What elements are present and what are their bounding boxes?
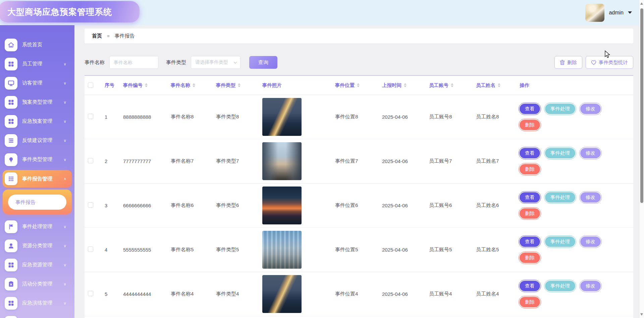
cell-staff-account: 员工账号4: [426, 291, 473, 297]
handle-event-button[interactable]: 事件处理: [545, 236, 575, 247]
username[interactable]: admin: [609, 10, 624, 16]
cell-staff-name: 员工姓名6: [473, 202, 516, 209]
event-photo[interactable]: [262, 142, 302, 180]
query-button[interactable]: 查询: [249, 56, 277, 69]
table-row: 1 8888888888 事件名称8 事件类型8 事件位置8 2025-04-0…: [85, 95, 633, 139]
cell-event-type: 事件类型7: [213, 158, 259, 164]
edit-button[interactable]: 修改: [580, 236, 601, 247]
delete-button[interactable]: 删除: [520, 297, 540, 307]
cell-staff-account: 员工账号6: [426, 202, 473, 209]
chevron-icon: ∨: [63, 263, 66, 267]
col-staff-name[interactable]: 员工姓名: [473, 82, 516, 89]
sidebar-item[interactable]: 应急演练管理 ∨: [0, 294, 74, 313]
heart-icon: [591, 60, 596, 65]
cell-event-no: 5555555555: [120, 247, 167, 253]
cell-staff-name: 员工姓名8: [473, 114, 516, 120]
chevron-down-icon[interactable]: [628, 11, 632, 14]
view-button[interactable]: 查看: [520, 104, 540, 114]
cell-event-no: 8888888888: [120, 114, 167, 120]
sidebar-item[interactable]: 系统首页: [0, 35, 74, 54]
event-photo[interactable]: [262, 275, 302, 313]
scrollbar[interactable]: [639, 0, 644, 318]
sidebar-item-icon: [5, 316, 17, 318]
cell-event-name: 事件名称5: [167, 247, 213, 253]
scrollbar-thumb[interactable]: [640, 8, 643, 203]
event-photo[interactable]: [262, 231, 302, 269]
col-event-photo: 事件照片: [259, 82, 332, 89]
cell-staff-name: 员工姓名4: [473, 291, 516, 297]
view-button[interactable]: 查看: [520, 281, 540, 291]
cell-staff-account: 员工账号7: [426, 158, 473, 164]
edit-button[interactable]: 修改: [580, 192, 601, 203]
row-checkbox[interactable]: [88, 291, 93, 296]
cell-location: 事件位置6: [332, 202, 379, 209]
sidebar-item[interactable]: 事件类型管理 ∨: [0, 150, 74, 169]
sidebar-item-label: 资源分类管理: [22, 243, 63, 249]
event-photo[interactable]: [262, 98, 302, 136]
select-all-checkbox[interactable]: [88, 83, 93, 88]
event-name-input[interactable]: [109, 56, 158, 69]
handle-event-button[interactable]: 事件处理: [545, 281, 575, 291]
cell-actions: 查看 事件处理 修改 删除: [516, 281, 633, 307]
delete-button[interactable]: 删除: [520, 120, 540, 130]
batch-delete-button[interactable]: 删除: [554, 56, 582, 69]
sidebar-item[interactable]: 事件报告管理 ∧: [3, 170, 72, 188]
edit-button[interactable]: 修改: [580, 148, 601, 158]
row-checkbox[interactable]: [88, 202, 93, 208]
edit-button[interactable]: 修改: [580, 104, 601, 114]
sort-icon: [193, 83, 195, 87]
cell-index: 1: [101, 114, 120, 120]
sidebar-item-icon: [5, 153, 17, 166]
col-event-no[interactable]: 事件编号: [120, 82, 167, 89]
event-type-select[interactable]: 请选择事件类型: [191, 56, 240, 69]
cell-event-name: 事件名称4: [167, 291, 213, 297]
view-button[interactable]: 查看: [520, 236, 540, 247]
cell-report-date: 2025-04-06: [379, 158, 426, 164]
avatar[interactable]: [585, 4, 604, 22]
sidebar-item[interactable]: 应急资源管理 ∨: [0, 255, 74, 274]
chevron-icon: ∨: [63, 62, 66, 66]
col-event-name[interactable]: 事件名称: [167, 82, 213, 89]
breadcrumb-home[interactable]: 首页: [92, 33, 102, 39]
row-checkbox[interactable]: [88, 247, 93, 252]
sort-icon: [238, 83, 240, 87]
view-button[interactable]: 查看: [520, 148, 540, 158]
sidebar-item[interactable]: 访客管理 ∨: [0, 73, 74, 93]
col-location[interactable]: 事件位置: [332, 82, 379, 89]
sidebar-item-label: 反馈建议管理: [22, 137, 63, 144]
user-menu[interactable]: admin: [585, 0, 632, 25]
scroll-up-icon[interactable]: [640, 2, 643, 5]
edit-button[interactable]: 修改: [580, 281, 601, 291]
cell-event-no: 6666666666: [120, 203, 167, 208]
cell-staff-account: 员工账号5: [426, 247, 473, 253]
sidebar-item[interactable]: 应急预案管理 ∨: [0, 112, 74, 131]
sort-icon: [404, 83, 407, 87]
chevron-down-icon: [234, 60, 237, 63]
sidebar-item[interactable]: 反馈建议管理 ∨: [0, 131, 74, 150]
sidebar-item[interactable]: 资源分类管理 ∨: [0, 236, 74, 255]
col-event-type[interactable]: 事件类型: [213, 82, 259, 89]
handle-event-button[interactable]: 事件处理: [545, 192, 575, 203]
delete-button[interactable]: 删除: [520, 164, 540, 174]
col-staff-account[interactable]: 员工账号: [426, 82, 473, 89]
delete-button[interactable]: 删除: [520, 208, 540, 219]
event-photo[interactable]: [262, 187, 302, 224]
sidebar-submenu: 事件报告: [3, 190, 72, 214]
sidebar-item[interactable]: 员工管理 ∨: [0, 54, 74, 73]
event-type-stats-button[interactable]: 事件类型统计: [586, 56, 633, 69]
row-checkbox[interactable]: [88, 114, 93, 119]
scroll-down-icon[interactable]: [640, 313, 643, 316]
view-button[interactable]: 查看: [520, 192, 540, 203]
sidebar-item[interactable]: 事件处理管理 ∨: [0, 217, 74, 236]
handle-event-button[interactable]: 事件处理: [545, 104, 575, 114]
event-type-placeholder: 请选择事件类型: [195, 59, 228, 65]
sidebar-item[interactable]: 活动分类管理 ∨: [0, 274, 74, 294]
sort-icon: [498, 83, 500, 87]
col-report-date[interactable]: 上报时间: [379, 82, 426, 89]
delete-button[interactable]: 删除: [520, 253, 540, 263]
row-checkbox[interactable]: [88, 158, 93, 163]
handle-event-button[interactable]: 事件处理: [545, 148, 575, 158]
sidebar-item[interactable]: [0, 313, 74, 318]
sidebar-item-event-report[interactable]: 事件报告: [8, 195, 66, 210]
sidebar-item[interactable]: 预案类型管理 ∨: [0, 93, 74, 112]
